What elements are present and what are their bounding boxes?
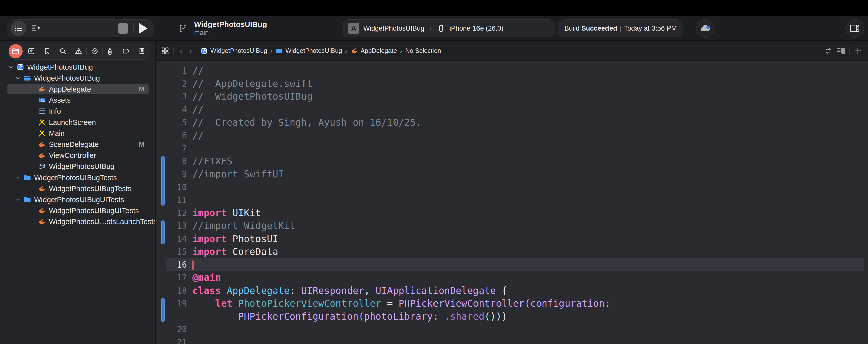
code-line-11[interactable]: 11: [156, 194, 868, 207]
navigator-tab-find-navigator[interactable]: [55, 43, 71, 59]
tree-row-viewcontroller[interactable]: ViewController: [0, 150, 155, 161]
line-number[interactable]: 14: [156, 234, 187, 244]
navigator-tab-debug-navigator[interactable]: [102, 43, 118, 59]
disclosure-chevron-icon[interactable]: [14, 175, 21, 180]
tree-row-info[interactable]: Info: [0, 106, 155, 117]
code-line-17[interactable]: 17@main: [156, 271, 868, 284]
tree-row-widgetphotosu-stslaunchtests[interactable]: WidgetPhotosU…stsLaunchTests: [0, 216, 155, 227]
code-line-2[interactable]: 2// AppDelegate.swift: [156, 77, 868, 91]
folder-nav-icon: [11, 47, 20, 55]
line-number[interactable]: 12: [156, 208, 187, 218]
stop-button[interactable]: [117, 22, 130, 35]
navigator-tab-issues-navigator[interactable]: [71, 43, 87, 59]
line-number[interactable]: 20: [156, 324, 187, 334]
code-line-20[interactable]: 20: [156, 323, 868, 336]
navigator-tab-reports-navigator[interactable]: [134, 43, 150, 59]
code-line-7[interactable]: 7: [156, 142, 868, 155]
navigator-tab-breakpoints-navigator[interactable]: [118, 43, 134, 59]
source-control-change-bar[interactable]: [161, 156, 165, 206]
code-line-15[interactable]: 15import CoreData: [156, 245, 868, 259]
line-number[interactable]: 7: [156, 143, 187, 153]
activity-view[interactable]: Build Succeeded | Today at 3:56 PM: [558, 19, 683, 37]
code-line-4[interactable]: 4//: [156, 103, 868, 116]
disclosure-chevron-icon[interactable]: [7, 64, 14, 70]
add-editor-button[interactable]: [852, 45, 864, 57]
line-number[interactable]: 4: [156, 105, 187, 114]
scheme-selector[interactable]: A WidgetPhotosUIBug › iPhone 16e (26.0): [342, 19, 555, 37]
line-number[interactable]: 9: [156, 169, 187, 179]
line-number[interactable]: 15: [156, 247, 187, 256]
code-line-wrap[interactable]: PHPickerConfiguration(photoLibrary: .sha…: [156, 310, 868, 323]
go-forward-button[interactable]: ›: [186, 47, 195, 55]
code-line-1[interactable]: 1//: [156, 64, 868, 77]
code-line-9[interactable]: 9//import SwiftUI: [156, 168, 868, 181]
code-text: @main: [192, 272, 221, 283]
tree-row-widgetphotosuibugtests[interactable]: WidgetPhotosUIBugTests: [0, 172, 155, 183]
navigator-tab-bar: [7, 43, 150, 60]
code-line-12[interactable]: 12import UIKit: [156, 207, 868, 220]
code-line-21[interactable]: 21: [156, 336, 868, 344]
code-line-8[interactable]: 8//FIXES: [156, 155, 868, 168]
code-line-18[interactable]: 18class AppDelegate: UIResponder, UIAppl…: [156, 284, 868, 297]
tree-row-widgetphotosuibugtests[interactable]: WidgetPhotosUIBugTests: [0, 183, 155, 194]
tree-item-label: LaunchScreen: [49, 118, 96, 127]
breadcrumb-separator: ›: [342, 47, 350, 55]
code-line-14[interactable]: 14import PhotosUI: [156, 233, 868, 246]
line-number[interactable]: 1: [156, 66, 187, 76]
cloud-sync-button[interactable]: [696, 19, 715, 38]
tree-row-scenedelegate[interactable]: SceneDelegateM: [0, 139, 155, 150]
code-line-16[interactable]: 16: [156, 259, 868, 271]
swap-editor-button[interactable]: [823, 45, 834, 57]
line-number[interactable]: 2: [156, 79, 187, 89]
line-number[interactable]: 11: [156, 195, 187, 205]
line-number[interactable]: 8: [156, 157, 187, 166]
line-number[interactable]: 18: [156, 286, 187, 296]
line-number[interactable]: 10: [156, 182, 187, 192]
tree-row-widgetphotosuibug[interactable]: WidgetPhotosUIBug: [0, 62, 155, 73]
tree-row-appdelegate[interactable]: AppDelegateM: [0, 83, 155, 95]
line-number[interactable]: 5: [156, 117, 187, 127]
tree-row-widgetphotosuibug[interactable]: WidgetPhotosUIBug: [0, 73, 155, 83]
code-line-5[interactable]: 5// Created by Singh, Ayush on 16/10/25.: [156, 116, 868, 129]
line-number[interactable]: 3: [156, 92, 187, 101]
navigator-tab-tests-navigator[interactable]: [87, 43, 102, 59]
tree-row-widgetphotosuibuguitests[interactable]: WidgetPhotosUIBugUITests: [0, 194, 155, 205]
code-line-3[interactable]: 3// WidgetPhotosUIBug: [156, 90, 868, 103]
breadcrumb-item-widgetphotosuibug[interactable]: WidgetPhotosUIBug: [275, 47, 342, 55]
source-control-change-bar[interactable]: [161, 298, 165, 322]
code-line-19[interactable]: 19 let PhotoPickerViewController = PHPic…: [156, 297, 868, 310]
source-control-change-bar[interactable]: [161, 220, 165, 244]
disclosure-chevron-icon[interactable]: [14, 75, 21, 81]
line-number[interactable]: 13: [156, 221, 187, 231]
breadcrumb-item-appdelegate[interactable]: AppDelegate: [350, 47, 397, 55]
line-number[interactable]: 16: [156, 260, 187, 270]
tree-row-widgetphotosuibuguitests[interactable]: WidgetPhotosUIBugUITests: [0, 205, 155, 216]
breadcrumb-item-no-selection[interactable]: No Selection: [405, 47, 441, 55]
inspector-toggle-button[interactable]: [845, 19, 864, 38]
navigator-tab-bookmarks-navigator[interactable]: [39, 43, 55, 59]
intelligence-button[interactable]: [30, 22, 43, 35]
tree-row-launchscreen[interactable]: LaunchScreen: [0, 117, 155, 128]
run-button[interactable]: [136, 22, 150, 35]
tree-row-main[interactable]: Main: [0, 128, 155, 139]
navigator-tab-project-navigator[interactable]: [8, 43, 24, 59]
editor-layout-button[interactable]: [836, 45, 847, 57]
breadcrumb-item-widgetphotosuibug[interactable]: WidgetPhotosUIBug: [200, 47, 267, 55]
source-editor[interactable]: 1//2// AppDelegate.swift3// WidgetPhotos…: [156, 61, 868, 344]
line-number[interactable]: 19: [156, 299, 187, 308]
line-number[interactable]: 6: [156, 131, 187, 140]
line-number[interactable]: 21: [156, 338, 187, 344]
go-back-button[interactable]: ‹: [176, 47, 186, 55]
warning-triangle-icon: [75, 47, 83, 55]
swift-file-icon: [38, 85, 46, 94]
code-line-13[interactable]: 13//import WidgetKit: [156, 219, 868, 233]
navigator-tab-source-control-navigator[interactable]: [24, 43, 39, 59]
disclosure-chevron-icon[interactable]: [14, 197, 21, 202]
line-number[interactable]: 17: [156, 273, 187, 282]
related-items-button[interactable]: [160, 45, 171, 57]
tree-row-widgetphotosuibug[interactable]: WidgetPhotosUIBug: [0, 161, 155, 172]
navigator-sidebar-toggle-button[interactable]: [11, 21, 26, 36]
tree-row-assets[interactable]: Assets: [0, 95, 155, 106]
code-line-10[interactable]: 10: [156, 181, 868, 194]
code-line-6[interactable]: 6//: [156, 129, 868, 142]
